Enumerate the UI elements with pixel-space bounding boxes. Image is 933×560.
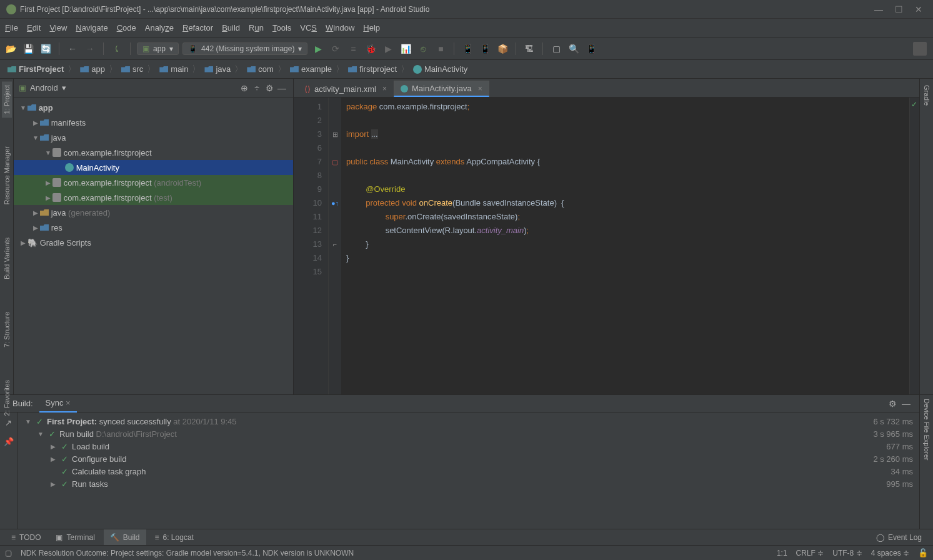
layout-icon[interactable]: ▢ xyxy=(549,42,563,56)
menu-refactor[interactable]: Refactor xyxy=(182,23,213,32)
crumb-firstproject[interactable]: firstproject xyxy=(346,64,399,74)
tool-favorites[interactable]: 2: Favorites xyxy=(2,376,12,419)
close-tab-icon[interactable]: × xyxy=(382,84,387,93)
close-icon[interactable]: × xyxy=(66,398,71,408)
tree-gradle[interactable]: ▶🐘 Gradle Scripts xyxy=(14,235,293,250)
crumb-mainactivity[interactable]: MainActivity xyxy=(411,64,470,74)
device-preview-icon[interactable]: 📱 xyxy=(584,42,598,56)
tree-pkg2[interactable]: ▶ com.example.firstproject (androidTest) xyxy=(14,175,293,190)
menu-view[interactable]: View xyxy=(49,23,67,32)
tree-java[interactable]: ▼ java xyxy=(14,130,293,145)
build-row[interactable]: ▼✓First Project: synced successfully at … xyxy=(17,415,919,428)
crumb-java[interactable]: java xyxy=(202,64,233,74)
forward-icon[interactable]: → xyxy=(83,42,97,56)
hide-icon[interactable]: — xyxy=(276,82,288,94)
apply-code-icon[interactable]: ≡ xyxy=(346,42,360,56)
device-dropdown[interactable]: 📱 442 (Missing system image) ▾ xyxy=(182,42,307,55)
crumb-app[interactable]: app xyxy=(77,64,107,74)
build-tab-sync[interactable]: Sync × xyxy=(39,395,77,412)
editor-body[interactable]: 1236789101112131415 ⊞ ▢ ●↑ ⌐ package com… xyxy=(294,98,919,394)
maximize-button[interactable]: ☐ xyxy=(894,4,903,14)
avd-icon[interactable]: 📱 xyxy=(461,42,474,56)
profile-icon[interactable]: 📊 xyxy=(399,42,412,56)
search-icon[interactable]: 🔍 xyxy=(567,42,581,56)
tree-javagen[interactable]: ▶ java (generated) xyxy=(14,205,293,220)
open-icon[interactable]: 📂 xyxy=(4,42,17,56)
tree-pkg3[interactable]: ▶ com.example.firstproject (test) xyxy=(14,190,293,205)
status-line-ending[interactable]: CRLF ≑ xyxy=(796,549,824,558)
build-row[interactable]: ✓Calculate task graph34 ms xyxy=(17,465,919,478)
menu-file[interactable]: File xyxy=(5,23,18,32)
run-config-dropdown[interactable]: ▣ app ▾ xyxy=(137,42,179,55)
attach-icon[interactable]: ⎋ xyxy=(416,42,430,56)
target-icon[interactable]: ⊕ xyxy=(238,82,251,94)
run-icon[interactable]: ▶ xyxy=(311,42,325,56)
tool-project[interactable]: 1: Project xyxy=(2,81,12,118)
pin-icon[interactable]: 📌 xyxy=(2,435,15,448)
sync-icon[interactable]: 🔄 xyxy=(39,42,52,56)
tool-terminal[interactable]: ▣Terminal xyxy=(49,529,101,546)
status-indent[interactable]: 4 spaces ≑ xyxy=(871,549,909,558)
status-position[interactable]: 1:1 xyxy=(777,549,787,558)
gear-icon[interactable]: ⚙ xyxy=(886,397,899,411)
menu-navigate[interactable]: Navigate xyxy=(76,23,107,32)
build-row[interactable]: ▶✓Run tasks995 ms xyxy=(17,478,919,490)
tab-mainactivity[interactable]: MainActivity.java× xyxy=(394,81,489,97)
tool-device-file-explorer[interactable]: Device File Explorer xyxy=(922,395,932,464)
tool-logcat[interactable]: ≡6: Logcat xyxy=(149,529,200,546)
crumb-main[interactable]: main xyxy=(157,64,191,74)
tool-gradle[interactable]: Gradle xyxy=(922,81,932,109)
menu-tools[interactable]: Tools xyxy=(272,23,291,32)
build-row[interactable]: ▼✓Run build D:\android\FirstProject3 s 9… xyxy=(17,428,919,440)
tree-manifests[interactable]: ▶ manifests xyxy=(14,115,293,130)
tool-event-log[interactable]: ◯Event Log xyxy=(870,529,928,546)
tree-app[interactable]: ▼ app xyxy=(14,100,293,115)
apply-changes-icon[interactable]: ⟳ xyxy=(329,42,342,56)
tool-resource-manager[interactable]: Resource Manager xyxy=(2,142,12,209)
tool-todo[interactable]: ≡TODO xyxy=(5,529,47,546)
coverage-icon[interactable]: ▶ xyxy=(381,42,395,56)
project-view-dropdown[interactable]: ▣ Android ▾ xyxy=(19,83,66,92)
code-editor[interactable]: package com.example.firstproject; import… xyxy=(341,98,909,394)
close-tab-icon[interactable]: × xyxy=(478,84,482,93)
split-icon[interactable]: ÷ xyxy=(251,82,263,94)
menu-analyze[interactable]: Analyze xyxy=(145,23,174,32)
tool-build-variants[interactable]: Build Variants xyxy=(2,234,12,283)
menu-build[interactable]: Build xyxy=(222,23,240,32)
menu-window[interactable]: Window xyxy=(326,23,354,32)
save-icon[interactable]: 💾 xyxy=(21,42,35,56)
close-button[interactable]: ✕ xyxy=(914,4,923,14)
hide-icon[interactable]: — xyxy=(899,397,913,411)
crumb-com[interactable]: com xyxy=(244,64,276,74)
tool-build[interactable]: 🔨Build xyxy=(104,529,146,546)
status-encoding[interactable]: UTF-8 ≑ xyxy=(832,549,862,558)
resource-icon[interactable]: 📦 xyxy=(496,42,509,56)
project-view-label: Android xyxy=(30,83,58,92)
menu-edit[interactable]: Edit xyxy=(27,23,41,32)
debug-icon[interactable]: 🐞 xyxy=(364,42,377,56)
tool-structure[interactable]: 7: Structure xyxy=(2,308,12,351)
tree-mainactivity[interactable]: MainActivity xyxy=(14,160,293,175)
tree-res[interactable]: ▶ res xyxy=(14,220,293,235)
crumb-project[interactable]: FirstProject xyxy=(5,64,66,74)
build-row[interactable]: ▶✓Configure build2 s 260 ms xyxy=(17,452,919,465)
tab-activity-main[interactable]: ⟨⟩activity_main.xml× xyxy=(297,81,394,97)
menu-help[interactable]: Help xyxy=(363,23,380,32)
build-row[interactable]: ▶✓Load build677 ms xyxy=(17,440,919,452)
menu-vcs[interactable]: VCS xyxy=(300,23,317,32)
user-avatar[interactable] xyxy=(913,42,927,56)
menu-code[interactable]: Code xyxy=(117,23,136,32)
menu-run[interactable]: Run xyxy=(249,23,264,32)
stop-icon[interactable]: ■ xyxy=(434,42,447,56)
lock-icon[interactable]: 🔓 xyxy=(918,548,928,558)
structure-icon[interactable]: 🏗 xyxy=(522,42,536,56)
sdk-icon[interactable]: 📱 xyxy=(478,42,492,56)
gear-icon[interactable]: ⚙ xyxy=(263,82,276,94)
back-icon[interactable]: ← xyxy=(66,42,79,56)
statusbar-menu-icon[interactable]: ▢ xyxy=(5,549,12,558)
crumb-src[interactable]: src xyxy=(119,64,146,74)
crumb-example[interactable]: example xyxy=(287,64,334,74)
minimize-button[interactable]: — xyxy=(874,4,883,14)
make-icon[interactable]: ⤹ xyxy=(110,42,124,56)
tree-pkg1[interactable]: ▼ com.example.firstproject xyxy=(14,145,293,160)
